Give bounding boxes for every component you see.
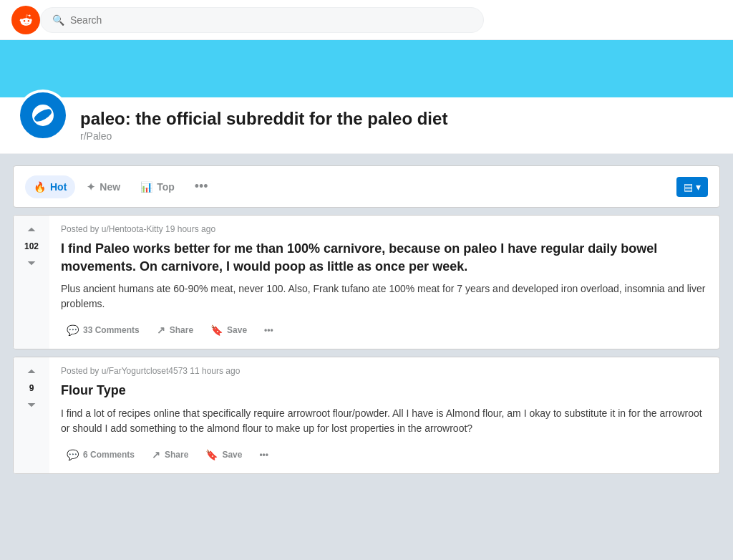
post-title[interactable]: Flour Type xyxy=(61,382,708,400)
post-card: 102 Posted by u/Hentoota-Kitty 19 hours … xyxy=(13,215,720,349)
subreddit-icon xyxy=(17,90,69,141)
post-actions: 💬 6 Comments ↗ Share 🔖 Save ••• xyxy=(61,445,708,465)
post-content: Posted by u/Hentoota-Kitty 19 hours ago … xyxy=(49,216,719,349)
subreddit-sub-name[interactable]: r/Paleo xyxy=(80,130,447,142)
post-title[interactable]: I find Paleo works better for me than 10… xyxy=(61,240,708,276)
share-label: Share xyxy=(165,450,188,460)
more-icon: ••• xyxy=(264,325,273,335)
upvote-button[interactable] xyxy=(24,224,39,238)
layout-button[interactable]: ▤ ▾ xyxy=(676,177,708,197)
more-button[interactable]: ••• xyxy=(253,445,274,464)
post-meta: Posted by u/Hentoota-Kitty 19 hours ago xyxy=(61,224,708,234)
upvote-button[interactable] xyxy=(24,366,39,380)
sort-new-button[interactable]: ✦ New xyxy=(78,175,129,198)
comment-icon: 💬 xyxy=(67,324,79,336)
layout-chevron: ▾ xyxy=(696,181,701,193)
post-meta: Posted by u/FarYogurtcloset4573 11 hours… xyxy=(61,366,708,376)
fire-icon: 🔥 xyxy=(34,181,46,193)
post-card: 9 Posted by u/FarYogurtcloset4573 11 hou… xyxy=(13,357,720,473)
subreddit-header: paleo: the official subreddit for the pa… xyxy=(0,97,733,154)
comments-label: 6 Comments xyxy=(83,450,135,460)
chart-icon: 📊 xyxy=(140,181,152,193)
post-actions: 💬 33 Comments ↗ Share 🔖 Save ••• xyxy=(61,320,708,340)
downvote-button[interactable] xyxy=(24,396,39,410)
app-header: 🔍 xyxy=(0,0,733,40)
search-bar[interactable]: 🔍 xyxy=(40,7,484,33)
post-vote-section: 9 xyxy=(14,357,49,473)
sort-options: 🔥 Hot ✦ New 📊 Top ••• xyxy=(25,173,217,200)
save-icon: 🔖 xyxy=(205,449,218,460)
sort-more-button[interactable]: ••• xyxy=(186,173,217,200)
sparkle-icon: ✦ xyxy=(87,181,95,193)
downvote-button[interactable] xyxy=(24,254,39,269)
post-body: I find a lot of recipes online that spec… xyxy=(61,406,708,436)
content-area: 🔥 Hot ✦ New 📊 Top ••• ▤ ▾ xyxy=(1,154,732,493)
post-body: Plus ancient humans ate 60-90% meat, nev… xyxy=(61,281,708,312)
search-input[interactable] xyxy=(70,14,472,26)
comments-button[interactable]: 💬 6 Comments xyxy=(61,445,140,465)
share-button[interactable]: ↗ Share xyxy=(151,320,199,340)
save-label: Save xyxy=(222,450,242,460)
subreddit-title: paleo: the official subreddit for the pa… xyxy=(80,109,447,129)
vote-count: 102 xyxy=(24,241,39,251)
sort-new-label: New xyxy=(99,181,120,193)
share-label: Share xyxy=(170,325,193,335)
reddit-logo[interactable] xyxy=(11,6,40,34)
save-icon: 🔖 xyxy=(210,324,223,336)
share-icon: ↗ xyxy=(157,324,165,336)
search-icon: 🔍 xyxy=(52,14,64,26)
subreddit-banner xyxy=(0,40,733,97)
share-icon: ↗ xyxy=(152,449,160,460)
subreddit-info: paleo: the official subreddit for the pa… xyxy=(80,109,447,142)
sort-top-button[interactable]: 📊 Top xyxy=(132,175,183,198)
save-button[interactable]: 🔖 Save xyxy=(205,320,253,340)
post-vote-section: 102 xyxy=(14,216,49,349)
save-button[interactable]: 🔖 Save xyxy=(200,445,248,465)
sort-hot-button[interactable]: 🔥 Hot xyxy=(25,175,75,198)
sort-top-label: Top xyxy=(157,181,175,193)
save-label: Save xyxy=(227,325,247,335)
comments-button[interactable]: 💬 33 Comments xyxy=(61,320,145,340)
comments-label: 33 Comments xyxy=(83,325,140,335)
layout-icon: ▤ xyxy=(684,181,693,193)
post-content: Posted by u/FarYogurtcloset4573 11 hours… xyxy=(49,357,719,473)
sort-bar: 🔥 Hot ✦ New 📊 Top ••• ▤ ▾ xyxy=(13,165,720,208)
sort-hot-label: Hot xyxy=(50,181,67,193)
comment-icon: 💬 xyxy=(67,449,79,460)
vote-count: 9 xyxy=(29,383,34,393)
more-button[interactable]: ••• xyxy=(258,321,279,339)
more-icon: ••• xyxy=(259,450,268,460)
share-button[interactable]: ↗ Share xyxy=(146,445,194,465)
